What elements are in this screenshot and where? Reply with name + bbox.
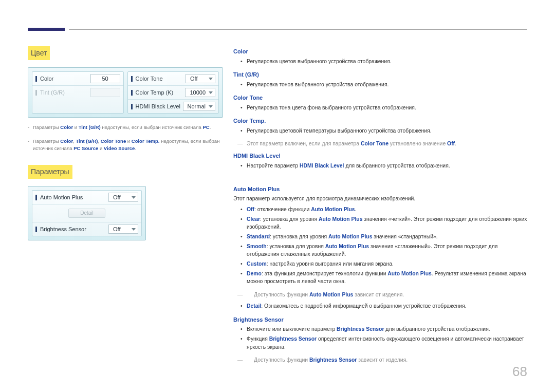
marker-icon bbox=[35, 195, 37, 200]
marker-icon bbox=[35, 227, 37, 232]
section-title-color: Цвет bbox=[28, 46, 50, 60]
amp-std: Standard: установка для уровня Auto Moti… bbox=[233, 233, 527, 241]
row-colortemp: Color Temp (K) 10000 bbox=[128, 85, 219, 99]
row-color: Color 50 bbox=[32, 72, 123, 85]
color-value[interactable]: 50 bbox=[90, 74, 120, 83]
detail-button: Detail bbox=[68, 209, 105, 218]
params-subpanel: Auto Motion Plus Off Detail Brightness S… bbox=[32, 190, 142, 236]
amp-label: Auto Motion Plus bbox=[40, 193, 83, 202]
amp-demo: Demo: эта функция демонстрирует технолог… bbox=[233, 270, 527, 286]
params-panel: Auto Motion Plus Off Detail Brightness S… bbox=[28, 186, 146, 240]
colortone-dropdown[interactable]: Off bbox=[186, 74, 215, 83]
note-amp-avail: Доступность функции Auto Motion Plus зав… bbox=[233, 291, 527, 299]
marker-icon bbox=[35, 76, 37, 82]
colortone-value: Off bbox=[190, 74, 197, 83]
amp-detail: Detail: Ознакомьтесь с подробной информа… bbox=[233, 302, 527, 310]
desc-hbl: Настройте параметр HDMI Black Level для … bbox=[233, 162, 527, 170]
chevron-down-icon bbox=[132, 196, 136, 199]
desc-tint: Регулировка тонов выбранного устройства … bbox=[233, 81, 527, 89]
chevron-down-icon bbox=[209, 105, 213, 108]
page-number: 68 bbox=[512, 362, 527, 382]
color-label: Color bbox=[40, 74, 53, 83]
page-content: Цвет Color 50 Tint (G/R) Color Tone Off bbox=[28, 32, 527, 380]
hdmibl-dropdown[interactable]: Normal bbox=[183, 102, 215, 111]
amp-off: Off: отключение функции Auto Motion Plus… bbox=[233, 206, 527, 214]
heading-tint: Tint (G/R) bbox=[233, 70, 527, 79]
section-title-params: Параметры bbox=[28, 165, 72, 179]
desc-ctemp: Регулировка цветовой температуры выбранн… bbox=[233, 127, 527, 135]
marker-icon bbox=[131, 104, 133, 109]
hdmibl-label: HDMI Black Level bbox=[136, 102, 180, 111]
marker-icon bbox=[131, 76, 133, 82]
row-hdmibl: HDMI Black Level Normal bbox=[128, 99, 219, 113]
heading-hbl: HDMI Black Level bbox=[233, 152, 527, 160]
bs-li1: Включите или выключите параметр Brightne… bbox=[233, 325, 527, 333]
row-colortone: Color Tone Off bbox=[128, 72, 219, 85]
bs-dropdown[interactable]: Off bbox=[108, 225, 138, 234]
note-ctemp: Этот параметр включен, если для параметр… bbox=[233, 140, 527, 148]
desc-ctone: Регулировка тона цвета фона выбранного у… bbox=[233, 104, 527, 112]
heading-ctone: Color Tone bbox=[233, 94, 527, 102]
colortemp-dropdown[interactable]: 10000 bbox=[185, 88, 215, 97]
colortone-label: Color Tone bbox=[136, 74, 163, 83]
amp-clear: Clear: установка для уровня Auto Motion … bbox=[233, 215, 527, 231]
chevron-down-icon bbox=[209, 78, 213, 80]
marker-icon bbox=[131, 90, 133, 96]
bs-label: Brightness Sensor bbox=[40, 225, 86, 234]
note-bs-avail: Доступность функции Brightness Sensor за… bbox=[233, 356, 527, 364]
header-rule bbox=[69, 29, 527, 30]
right-column: Color Регулировка цветов выбранного устр… bbox=[233, 46, 527, 368]
amp-value: Off bbox=[113, 193, 120, 202]
amp-smooth: Smooth: установка для уровня Auto Motion… bbox=[233, 242, 527, 258]
color-panel: Color 50 Tint (G/R) Color Tone Off Color… bbox=[28, 67, 223, 118]
amp-custom: Custom: настройка уровня выгорания или м… bbox=[233, 260, 527, 268]
footnote-2: Параметры Color, Tint (G/R), Color Tone … bbox=[28, 138, 223, 153]
amp-dropdown[interactable]: Off bbox=[108, 193, 138, 202]
desc-color: Регулировка цветов выбранного устройства… bbox=[233, 58, 527, 66]
marker-icon bbox=[35, 90, 37, 96]
chevron-down-icon bbox=[209, 91, 213, 94]
colortemp-label: Color Temp (K) bbox=[136, 88, 174, 97]
chevron-down-icon bbox=[132, 228, 136, 231]
heading-color: Color bbox=[233, 47, 527, 56]
header-accent bbox=[28, 28, 65, 31]
intro-amp: Этот параметр используется для просмотра… bbox=[233, 195, 527, 203]
hdmibl-value: Normal bbox=[188, 102, 206, 111]
tint-value bbox=[90, 88, 120, 97]
bs-li2: Функция Brightness Sensor определяет инт… bbox=[233, 335, 527, 351]
bs-value: Off bbox=[113, 225, 120, 234]
color-subpanel-right: Color Tone Off Color Temp (K) 10000 HDMI… bbox=[127, 71, 219, 114]
row-tint: Tint (G/R) bbox=[32, 85, 123, 99]
row-amp: Auto Motion Plus Off bbox=[32, 191, 141, 204]
color-subpanel-left: Color 50 Tint (G/R) bbox=[32, 71, 124, 114]
row-detail-btn: Detail bbox=[32, 204, 141, 222]
left-column: Цвет Color 50 Tint (G/R) Color Tone Off bbox=[28, 46, 223, 240]
heading-ctemp: Color Temp. bbox=[233, 117, 527, 125]
row-bs: Brightness Sensor Off bbox=[32, 222, 141, 236]
heading-bs: Brightness Sensor bbox=[233, 315, 527, 324]
colortemp-value: 10000 bbox=[190, 88, 206, 97]
footnote-1: Параметры Color и Tint (G/R) недоступны,… bbox=[28, 124, 223, 132]
tint-label: Tint (G/R) bbox=[40, 88, 65, 97]
heading-amp: Auto Motion Plus bbox=[233, 185, 527, 194]
